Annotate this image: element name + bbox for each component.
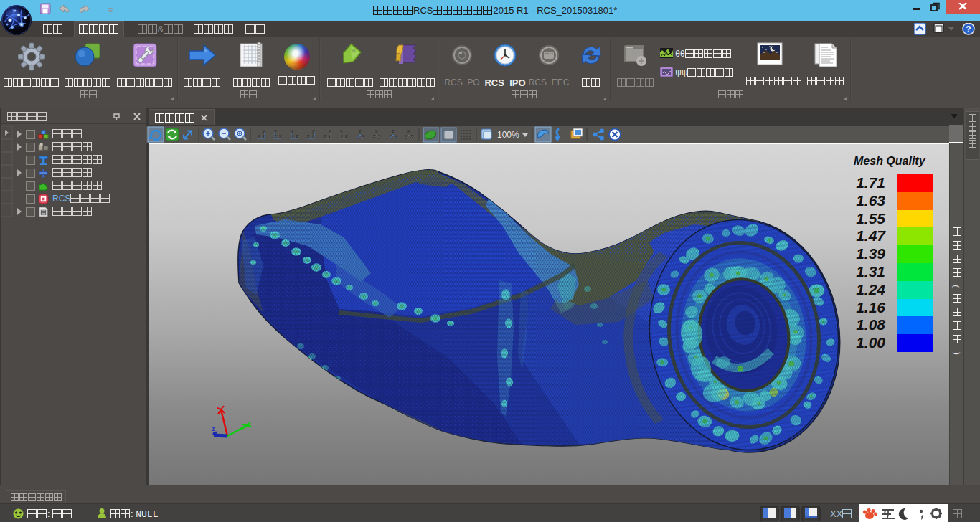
svg-text:z: z bbox=[324, 133, 326, 138]
svg-text:z: z bbox=[307, 133, 310, 138]
svg-text:z: z bbox=[296, 133, 298, 138]
svg-text:x: x bbox=[279, 133, 282, 138]
svg-text:100%: 100% bbox=[497, 130, 519, 140]
svg-text:x: x bbox=[407, 128, 410, 133]
svg-text:x: x bbox=[375, 128, 378, 133]
svg-text:x: x bbox=[258, 133, 260, 138]
svg-text:z: z bbox=[212, 425, 215, 432]
svg-text:z: z bbox=[359, 128, 362, 133]
svg-text:z: z bbox=[392, 128, 395, 133]
svg-text:?: ? bbox=[966, 24, 971, 34]
svg-text:z: z bbox=[345, 133, 348, 138]
